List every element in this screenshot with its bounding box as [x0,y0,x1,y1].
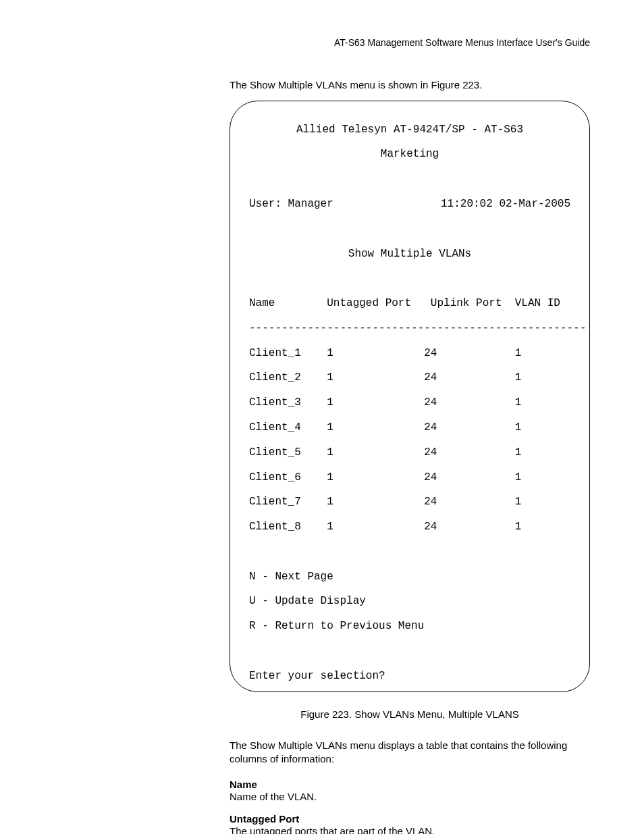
row-name: Client_3 [249,396,301,409]
col-untagged: Untagged Port [327,297,411,309]
col-uplink: Uplink Port [431,297,502,309]
row-uplink: 24 [424,396,437,409]
page-content: The Show Multiple VLANs menu is shown in… [230,78,590,834]
document-page: AT-S63 Management Software Menus Interfa… [0,0,644,834]
table-row: Client_1 1 24 1 [249,347,570,359]
row-vlan: 1 [515,521,522,533]
row-vlan: 1 [515,496,522,508]
row-untagged: 1 [327,446,333,459]
row-name: Client_4 [249,421,301,434]
col-vlan: VLAN ID [515,297,560,309]
table-row: Client_4 1 24 1 [249,421,570,434]
row-name: Client_7 [249,496,301,508]
user-label: User: Manager [249,198,333,210]
timestamp: 11:20:02 02-Mar-2005 [441,198,570,210]
blank-line [249,546,570,558]
row-vlan: 1 [515,396,522,409]
blank-line [249,173,570,185]
row-untagged: 1 [327,421,333,434]
description-paragraph: The Show Multiple VLANs menu displays a … [230,739,590,766]
row-vlan: 1 [515,446,522,459]
row-uplink: 24 [424,496,437,508]
column-headers: Name Untagged Port Uplink Port VLAN ID [249,297,570,309]
intro-paragraph: The Show Multiple VLANs menu is shown in… [230,78,590,92]
prompt: Enter your selection? [249,670,570,682]
table-row: Client_6 1 24 1 [249,471,570,484]
definition-untagged-port: Untagged Port The untagged ports that ar… [230,813,590,834]
row-uplink: 24 [424,421,437,434]
def-text: The untagged ports that are part of the … [230,825,590,834]
def-term: Untagged Port [230,813,590,825]
divider-line: ----------------------------------------… [249,322,570,334]
row-name: Client_8 [249,521,301,533]
row-vlan: 1 [515,347,522,359]
row-untagged: 1 [327,471,333,484]
table-row: Client_8 1 24 1 [249,521,570,533]
row-vlan: 1 [515,371,522,384]
screen-title: Show Multiple VLANs [249,248,570,260]
row-untagged: 1 [327,347,333,359]
table-row: Client_5 1 24 1 [249,446,570,459]
row-name: Client_6 [249,471,301,484]
blank-line [249,645,570,657]
table-row: Client_2 1 24 1 [249,371,570,384]
row-uplink: 24 [424,446,437,459]
row-uplink: 24 [424,521,437,533]
col-name: Name [249,297,275,309]
nav-return: R - Return to Previous Menu [249,620,570,632]
row-vlan: 1 [515,471,522,484]
row-uplink: 24 [424,371,437,384]
row-untagged: 1 [327,371,333,384]
definition-name: Name Name of the VLAN. [230,779,590,804]
row-uplink: 24 [424,347,437,359]
terminal-screen: Allied Telesyn AT-9424T/SP - AT-S63 Mark… [230,101,590,692]
table-row: Client_3 1 24 1 [249,396,570,409]
nav-next: N - Next Page [249,571,570,583]
row-untagged: 1 [327,396,333,409]
table-row: Client_7 1 24 1 [249,496,570,508]
row-name: Client_5 [249,446,301,459]
terminal-title1: Allied Telesyn AT-9424T/SP - AT-S63 [249,124,570,136]
row-vlan: 1 [515,421,522,434]
nav-update: U - Update Display [249,595,570,607]
blank-line [249,272,570,284]
row-name: Client_2 [249,371,301,384]
row-untagged: 1 [327,521,333,533]
terminal-title2: Marketing [249,148,570,160]
row-untagged: 1 [327,496,333,508]
row-uplink: 24 [424,471,437,484]
blank-line [249,223,570,235]
def-term: Name [230,779,590,790]
figure-caption: Figure 223. Show VLANs Menu, Multiple VL… [230,708,590,720]
row-name: Client_1 [249,347,301,359]
page-header: AT-S63 Management Software Menus Interfa… [54,37,590,48]
def-text: Name of the VLAN. [230,790,590,804]
